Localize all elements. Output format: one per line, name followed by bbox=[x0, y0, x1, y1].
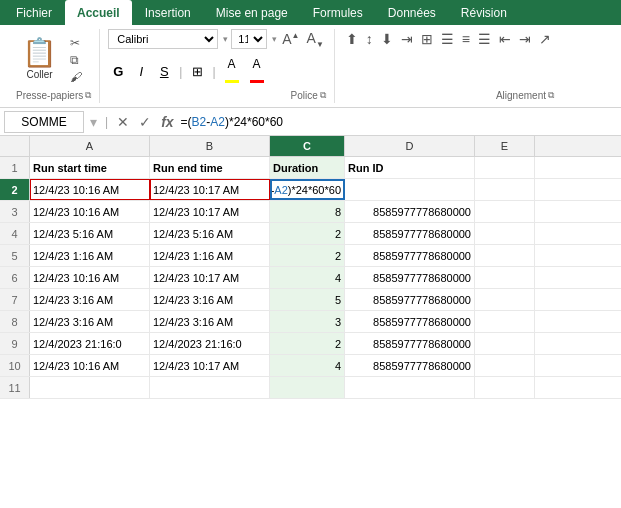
row-num-6[interactable]: 6 bbox=[0, 267, 30, 288]
cell-D8[interactable]: 8585977778680000 bbox=[345, 311, 475, 332]
cell-D2[interactable] bbox=[345, 179, 475, 200]
cell-A1[interactable]: Run start time bbox=[30, 157, 150, 178]
cell-C6[interactable]: 4 bbox=[270, 267, 345, 288]
cell-B8[interactable]: 12/4/23 3:16 AM bbox=[150, 311, 270, 332]
cell-E1[interactable] bbox=[475, 157, 535, 178]
cell-C5[interactable]: 2 bbox=[270, 245, 345, 266]
col-header-C[interactable]: C bbox=[270, 136, 345, 156]
cell-E9[interactable] bbox=[475, 333, 535, 354]
align-left-button[interactable]: ☰ bbox=[438, 29, 457, 49]
insert-function-button[interactable]: fx bbox=[158, 114, 176, 130]
cell-C9[interactable]: 2 bbox=[270, 333, 345, 354]
cell-A5[interactable]: 12/4/23 1:16 AM bbox=[30, 245, 150, 266]
cell-A4[interactable]: 12/4/23 5:16 AM bbox=[30, 223, 150, 244]
cell-E3[interactable] bbox=[475, 201, 535, 222]
cut-button[interactable]: ✂ bbox=[67, 35, 85, 51]
cell-B7[interactable]: 12/4/23 3:16 AM bbox=[150, 289, 270, 310]
wrap-text-button[interactable]: ⇥ bbox=[398, 29, 416, 49]
cell-D11[interactable] bbox=[345, 377, 475, 398]
cell-B3[interactable]: 12/4/23 10:17 AM bbox=[150, 201, 270, 222]
cell-C4[interactable]: 2 bbox=[270, 223, 345, 244]
cell-A10[interactable]: 12/4/23 10:16 AM bbox=[30, 355, 150, 376]
cell-A3[interactable]: 12/4/23 10:16 AM bbox=[30, 201, 150, 222]
cell-A8[interactable]: 12/4/23 3:16 AM bbox=[30, 311, 150, 332]
cell-A6[interactable]: 12/4/23 10:16 AM bbox=[30, 267, 150, 288]
align-top-button[interactable]: ⬆ bbox=[343, 29, 361, 49]
cell-C8[interactable]: 3 bbox=[270, 311, 345, 332]
ribbon-tab-insertion[interactable]: Insertion bbox=[133, 0, 203, 25]
ribbon-tab-révision[interactable]: Révision bbox=[449, 0, 519, 25]
cell-D9[interactable]: 8585977778680000 bbox=[345, 333, 475, 354]
cell-B2[interactable]: 12/4/23 10:17 AM bbox=[150, 179, 270, 200]
copy-button[interactable]: ⧉ bbox=[67, 52, 85, 68]
row-num-9[interactable]: 9 bbox=[0, 333, 30, 354]
ribbon-tab-mise en page[interactable]: Mise en page bbox=[204, 0, 300, 25]
row-num-3[interactable]: 3 bbox=[0, 201, 30, 222]
cell-E8[interactable] bbox=[475, 311, 535, 332]
alignment-expand-icon[interactable]: ⧉ bbox=[548, 90, 554, 101]
cell-A2[interactable]: 12/4/23 10:16 AM bbox=[30, 179, 150, 200]
confirm-formula-button[interactable]: ✓ bbox=[136, 114, 154, 130]
cell-A9[interactable]: 12/4/2023 21:16:0 bbox=[30, 333, 150, 354]
cell-E10[interactable] bbox=[475, 355, 535, 376]
cell-B4[interactable]: 12/4/23 5:16 AM bbox=[150, 223, 270, 244]
cell-E2[interactable] bbox=[475, 179, 535, 200]
format-painter-button[interactable]: 🖌 bbox=[67, 69, 85, 85]
cell-C10[interactable]: 4 bbox=[270, 355, 345, 376]
decrease-indent-button[interactable]: ⇤ bbox=[496, 29, 514, 49]
cell-D7[interactable]: 8585977778680000 bbox=[345, 289, 475, 310]
merge-center-button[interactable]: ⊞ bbox=[418, 29, 436, 49]
font-color-button[interactable]: A bbox=[246, 55, 268, 88]
align-bottom-button[interactable]: ⬇ bbox=[378, 29, 396, 49]
italic-button[interactable]: I bbox=[131, 62, 151, 81]
ribbon-tab-fichier[interactable]: Fichier bbox=[4, 0, 64, 25]
clipboard-expand-icon[interactable]: ⧉ bbox=[85, 90, 91, 101]
highlight-color-button[interactable]: A bbox=[221, 55, 243, 88]
row-num-11[interactable]: 11 bbox=[0, 377, 30, 398]
cell-B10[interactable]: 12/4/23 10:17 AM bbox=[150, 355, 270, 376]
col-header-E[interactable]: E bbox=[475, 136, 535, 156]
font-family-select[interactable]: Calibri bbox=[108, 29, 218, 49]
cell-E4[interactable] bbox=[475, 223, 535, 244]
cell-B11[interactable] bbox=[150, 377, 270, 398]
cell-B9[interactable]: 12/4/2023 21:16:0 bbox=[150, 333, 270, 354]
cell-E7[interactable] bbox=[475, 289, 535, 310]
align-middle-button[interactable]: ↕ bbox=[363, 29, 376, 49]
cell-E6[interactable] bbox=[475, 267, 535, 288]
col-header-A[interactable]: A bbox=[30, 136, 150, 156]
cell-D5[interactable]: 8585977778680000 bbox=[345, 245, 475, 266]
cell-D1[interactable]: Run ID bbox=[345, 157, 475, 178]
align-right-button[interactable]: ☰ bbox=[475, 29, 494, 49]
row-num-7[interactable]: 7 bbox=[0, 289, 30, 310]
paste-button[interactable]: 📋 Coller bbox=[16, 35, 63, 84]
cell-D3[interactable]: 8585977778680000 bbox=[345, 201, 475, 222]
underline-button[interactable]: S bbox=[154, 62, 174, 81]
ribbon-tab-données[interactable]: Données bbox=[376, 0, 448, 25]
row-num-1[interactable]: 1 bbox=[0, 157, 30, 178]
cell-D4[interactable]: 8585977778680000 bbox=[345, 223, 475, 244]
cell-A11[interactable] bbox=[30, 377, 150, 398]
align-center-button[interactable]: ≡ bbox=[459, 29, 473, 49]
orientation-button[interactable]: ↗ bbox=[536, 29, 554, 49]
increase-indent-button[interactable]: ⇥ bbox=[516, 29, 534, 49]
cell-C3[interactable]: 8 bbox=[270, 201, 345, 222]
col-header-B[interactable]: B bbox=[150, 136, 270, 156]
ribbon-tab-formules[interactable]: Formules bbox=[301, 0, 375, 25]
borders-button[interactable]: ⊞ bbox=[187, 62, 207, 81]
cell-D6[interactable]: 8585977778680000 bbox=[345, 267, 475, 288]
row-num-2[interactable]: 2 bbox=[0, 179, 30, 200]
cell-B5[interactable]: 12/4/23 1:16 AM bbox=[150, 245, 270, 266]
font-decrease-button[interactable]: A▼ bbox=[305, 30, 326, 49]
col-header-D[interactable]: D bbox=[345, 136, 475, 156]
ribbon-tab-accueil[interactable]: Accueil bbox=[65, 0, 132, 25]
name-box[interactable] bbox=[4, 111, 84, 133]
cancel-formula-button[interactable]: ✕ bbox=[114, 114, 132, 130]
cell-B6[interactable]: 12/4/23 10:17 AM bbox=[150, 267, 270, 288]
row-num-8[interactable]: 8 bbox=[0, 311, 30, 332]
row-num-10[interactable]: 10 bbox=[0, 355, 30, 376]
cell-B1[interactable]: Run end time bbox=[150, 157, 270, 178]
font-increase-button[interactable]: A▲ bbox=[280, 31, 301, 47]
font-expand-icon[interactable]: ⧉ bbox=[320, 90, 326, 101]
cell-C2[interactable]: =(B2-A2)*24*60*60 bbox=[270, 179, 345, 200]
cell-E11[interactable] bbox=[475, 377, 535, 398]
